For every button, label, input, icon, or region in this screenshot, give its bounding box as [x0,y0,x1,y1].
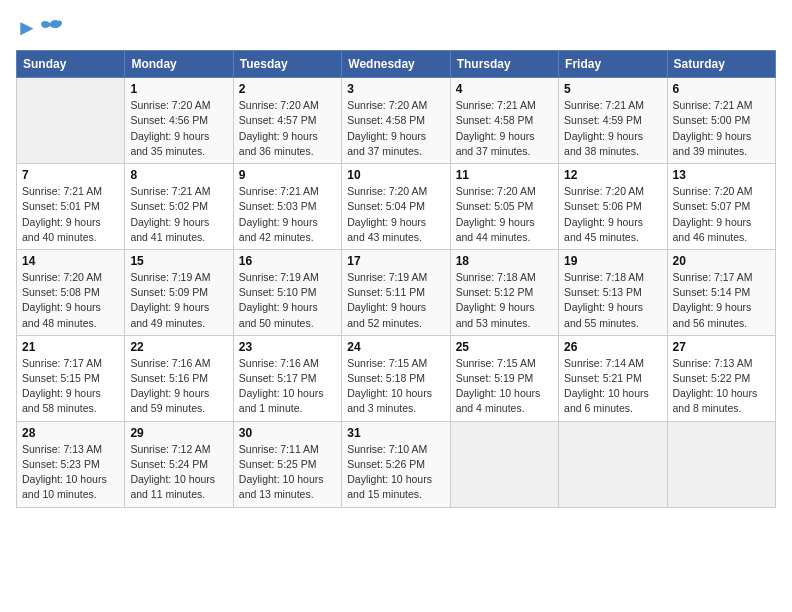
calendar-cell: 20Sunrise: 7:17 AMSunset: 5:14 PMDayligh… [667,249,775,335]
calendar-cell: 23Sunrise: 7:16 AMSunset: 5:17 PMDayligh… [233,335,341,421]
day-header-sunday: Sunday [17,51,125,78]
calendar-cell: 6Sunrise: 7:21 AMSunset: 5:00 PMDaylight… [667,78,775,164]
logo: ► [16,16,62,40]
calendar-cell [450,421,558,507]
calendar-cell: 7Sunrise: 7:21 AMSunset: 5:01 PMDaylight… [17,164,125,250]
day-info: Sunrise: 7:16 AMSunset: 5:16 PMDaylight:… [130,356,227,417]
day-info: Sunrise: 7:20 AMSunset: 4:58 PMDaylight:… [347,98,444,159]
calendar-week-4: 21Sunrise: 7:17 AMSunset: 5:15 PMDayligh… [17,335,776,421]
calendar-cell [667,421,775,507]
day-info: Sunrise: 7:15 AMSunset: 5:18 PMDaylight:… [347,356,444,417]
day-number: 5 [564,82,661,96]
day-info: Sunrise: 7:19 AMSunset: 5:11 PMDaylight:… [347,270,444,331]
day-info: Sunrise: 7:18 AMSunset: 5:12 PMDaylight:… [456,270,553,331]
day-info: Sunrise: 7:21 AMSunset: 5:01 PMDaylight:… [22,184,119,245]
day-info: Sunrise: 7:14 AMSunset: 5:21 PMDaylight:… [564,356,661,417]
calendar-cell: 17Sunrise: 7:19 AMSunset: 5:11 PMDayligh… [342,249,450,335]
day-number: 7 [22,168,119,182]
day-number: 30 [239,426,336,440]
calendar-cell: 19Sunrise: 7:18 AMSunset: 5:13 PMDayligh… [559,249,667,335]
calendar-cell: 31Sunrise: 7:10 AMSunset: 5:26 PMDayligh… [342,421,450,507]
day-number: 17 [347,254,444,268]
day-info: Sunrise: 7:20 AMSunset: 4:57 PMDaylight:… [239,98,336,159]
day-info: Sunrise: 7:17 AMSunset: 5:14 PMDaylight:… [673,270,770,331]
day-number: 15 [130,254,227,268]
logo-text: ► [16,16,38,40]
calendar-cell: 2Sunrise: 7:20 AMSunset: 4:57 PMDaylight… [233,78,341,164]
day-info: Sunrise: 7:11 AMSunset: 5:25 PMDaylight:… [239,442,336,503]
calendar-cell: 5Sunrise: 7:21 AMSunset: 4:59 PMDaylight… [559,78,667,164]
calendar-cell: 18Sunrise: 7:18 AMSunset: 5:12 PMDayligh… [450,249,558,335]
calendar-week-1: 1Sunrise: 7:20 AMSunset: 4:56 PMDaylight… [17,78,776,164]
day-number: 21 [22,340,119,354]
day-number: 1 [130,82,227,96]
calendar-week-3: 14Sunrise: 7:20 AMSunset: 5:08 PMDayligh… [17,249,776,335]
calendar-cell: 21Sunrise: 7:17 AMSunset: 5:15 PMDayligh… [17,335,125,421]
day-info: Sunrise: 7:18 AMSunset: 5:13 PMDaylight:… [564,270,661,331]
day-info: Sunrise: 7:20 AMSunset: 5:07 PMDaylight:… [673,184,770,245]
calendar-cell: 1Sunrise: 7:20 AMSunset: 4:56 PMDaylight… [125,78,233,164]
day-info: Sunrise: 7:13 AMSunset: 5:22 PMDaylight:… [673,356,770,417]
calendar-header: SundayMondayTuesdayWednesdayThursdayFrid… [17,51,776,78]
calendar-cell: 9Sunrise: 7:21 AMSunset: 5:03 PMDaylight… [233,164,341,250]
day-info: Sunrise: 7:19 AMSunset: 5:09 PMDaylight:… [130,270,227,331]
day-header-saturday: Saturday [667,51,775,78]
day-number: 22 [130,340,227,354]
day-info: Sunrise: 7:21 AMSunset: 5:00 PMDaylight:… [673,98,770,159]
day-number: 13 [673,168,770,182]
day-number: 20 [673,254,770,268]
calendar-cell: 15Sunrise: 7:19 AMSunset: 5:09 PMDayligh… [125,249,233,335]
day-number: 27 [673,340,770,354]
day-info: Sunrise: 7:21 AMSunset: 4:58 PMDaylight:… [456,98,553,159]
day-header-tuesday: Tuesday [233,51,341,78]
calendar-cell [17,78,125,164]
calendar-week-5: 28Sunrise: 7:13 AMSunset: 5:23 PMDayligh… [17,421,776,507]
header-row: SundayMondayTuesdayWednesdayThursdayFrid… [17,51,776,78]
calendar-cell: 27Sunrise: 7:13 AMSunset: 5:22 PMDayligh… [667,335,775,421]
day-header-friday: Friday [559,51,667,78]
day-number: 12 [564,168,661,182]
day-info: Sunrise: 7:21 AMSunset: 5:02 PMDaylight:… [130,184,227,245]
calendar-cell: 14Sunrise: 7:20 AMSunset: 5:08 PMDayligh… [17,249,125,335]
calendar-body: 1Sunrise: 7:20 AMSunset: 4:56 PMDaylight… [17,78,776,507]
calendar-cell: 26Sunrise: 7:14 AMSunset: 5:21 PMDayligh… [559,335,667,421]
day-number: 29 [130,426,227,440]
day-number: 14 [22,254,119,268]
day-number: 6 [673,82,770,96]
day-info: Sunrise: 7:15 AMSunset: 5:19 PMDaylight:… [456,356,553,417]
page-header: ► [16,16,776,40]
day-info: Sunrise: 7:13 AMSunset: 5:23 PMDaylight:… [22,442,119,503]
calendar-week-2: 7Sunrise: 7:21 AMSunset: 5:01 PMDaylight… [17,164,776,250]
day-number: 4 [456,82,553,96]
calendar-cell [559,421,667,507]
calendar-cell: 3Sunrise: 7:20 AMSunset: 4:58 PMDaylight… [342,78,450,164]
day-number: 2 [239,82,336,96]
calendar-cell: 13Sunrise: 7:20 AMSunset: 5:07 PMDayligh… [667,164,775,250]
day-info: Sunrise: 7:20 AMSunset: 5:06 PMDaylight:… [564,184,661,245]
day-number: 18 [456,254,553,268]
day-number: 25 [456,340,553,354]
day-info: Sunrise: 7:19 AMSunset: 5:10 PMDaylight:… [239,270,336,331]
day-number: 16 [239,254,336,268]
calendar-cell: 24Sunrise: 7:15 AMSunset: 5:18 PMDayligh… [342,335,450,421]
day-info: Sunrise: 7:20 AMSunset: 5:05 PMDaylight:… [456,184,553,245]
calendar-cell: 12Sunrise: 7:20 AMSunset: 5:06 PMDayligh… [559,164,667,250]
day-info: Sunrise: 7:20 AMSunset: 5:08 PMDaylight:… [22,270,119,331]
calendar-cell: 29Sunrise: 7:12 AMSunset: 5:24 PMDayligh… [125,421,233,507]
day-header-monday: Monday [125,51,233,78]
day-number: 11 [456,168,553,182]
day-number: 3 [347,82,444,96]
day-info: Sunrise: 7:21 AMSunset: 4:59 PMDaylight:… [564,98,661,159]
calendar-cell: 8Sunrise: 7:21 AMSunset: 5:02 PMDaylight… [125,164,233,250]
day-number: 10 [347,168,444,182]
day-info: Sunrise: 7:20 AMSunset: 5:04 PMDaylight:… [347,184,444,245]
day-number: 28 [22,426,119,440]
calendar-cell: 30Sunrise: 7:11 AMSunset: 5:25 PMDayligh… [233,421,341,507]
day-number: 23 [239,340,336,354]
day-number: 19 [564,254,661,268]
calendar-cell: 10Sunrise: 7:20 AMSunset: 5:04 PMDayligh… [342,164,450,250]
day-number: 26 [564,340,661,354]
day-info: Sunrise: 7:20 AMSunset: 4:56 PMDaylight:… [130,98,227,159]
day-number: 8 [130,168,227,182]
day-info: Sunrise: 7:10 AMSunset: 5:26 PMDaylight:… [347,442,444,503]
